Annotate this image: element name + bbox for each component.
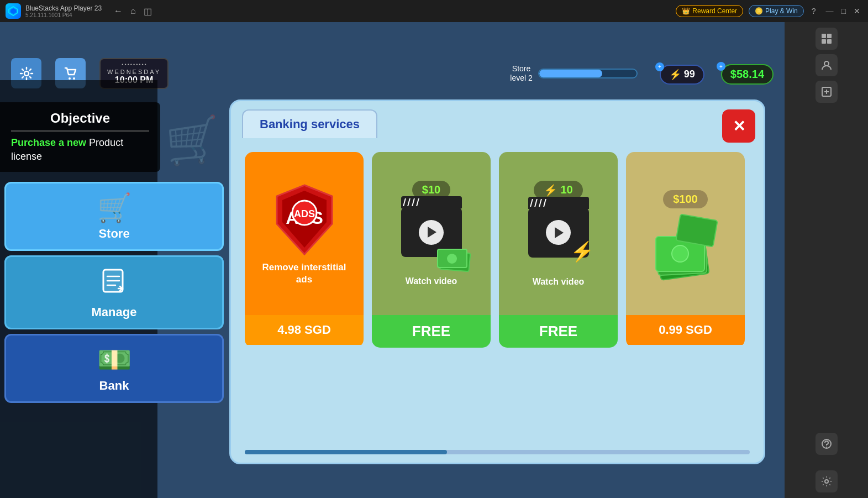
app-version: 5.21.111.1001 P64: [25, 12, 102, 18]
manage-label: Manage: [12, 305, 217, 319]
sidebar-icon-3[interactable]: [816, 81, 838, 103]
video-card-price-1: FREE: [372, 315, 491, 348]
bolt-overlay: ⚡: [570, 240, 595, 263]
svg-rect-3: [827, 34, 832, 38]
close-win-btn[interactable]: ✕: [851, 4, 862, 18]
store-level-text: Store level 2: [510, 64, 532, 83]
sidebar-icon-1[interactable]: [816, 28, 838, 50]
video-card-title-2: Watch video: [533, 277, 585, 287]
modal-scrollbar-thumb: [245, 450, 447, 454]
video-bolt-card-price: FREE: [499, 315, 618, 348]
bolt-amount: 99: [684, 69, 695, 80]
cash-price-badge: $100: [663, 190, 708, 208]
app-name: BlueStacks App Player 23: [25, 4, 102, 12]
store-level: Store level 2: [510, 64, 637, 83]
bank-icon: 💵: [12, 344, 217, 376]
store-nav-btn[interactable]: 🛒 Store: [4, 182, 224, 251]
bolt-plus-badge: +: [655, 62, 664, 71]
sidebar-settings-icon[interactable]: [816, 470, 838, 492]
window-controls: — □ ✕: [824, 4, 862, 18]
cash-pack-card[interactable]: $100 0.99 SGD: [626, 152, 745, 348]
nav-bookmark-btn[interactable]: ◫: [141, 4, 154, 19]
bank-label: Bank: [12, 379, 217, 393]
play-btn-2: [546, 220, 571, 245]
watch-bolt-card[interactable]: ⚡ 10: [499, 152, 618, 348]
cash-card-price: 0.99 SGD: [626, 315, 745, 345]
watch-money-card[interactable]: $10: [372, 152, 491, 348]
level-bar-fill: [539, 70, 602, 77]
banking-modal: Banking services ✕ ADS ADS: [229, 99, 765, 464]
video-card-top: $10: [372, 152, 491, 315]
money-plus-badge: +: [717, 62, 725, 71]
bank-nav-btn[interactable]: 💵 Bank: [4, 334, 224, 403]
play-btn-1: [419, 220, 444, 245]
nav-buttons: 🛒 Store Manage 💵 Bank: [0, 180, 228, 405]
topbar-nav: ← ⌂ ◫: [112, 4, 154, 19]
video-section-1: [401, 207, 462, 257]
bolt-icon: ⚡: [669, 69, 681, 81]
modal-scrollbar[interactable]: [245, 450, 750, 454]
ads-shield-container: ADS ADS: [269, 181, 340, 259]
svg-point-12: [69, 77, 71, 80]
video-bolt-card-top: ⚡ 10: [499, 152, 618, 315]
objective-title: Objective: [11, 111, 149, 132]
help-icon[interactable]: ?: [809, 4, 818, 18]
modal-close-btn[interactable]: ✕: [722, 109, 755, 143]
svg-point-10: [825, 480, 828, 483]
right-sidebar: [785, 22, 868, 498]
game-area: ••••••••• WEDNESDAY 10:00 PM Store level…: [0, 22, 785, 498]
svg-point-6: [824, 61, 829, 66]
money-bills-1: [437, 249, 470, 271]
svg-rect-2: [822, 34, 826, 38]
cash-card-top: $100: [626, 152, 745, 315]
bolt-currency: ⚡ 99: [660, 65, 704, 85]
crown-icon: 👑: [682, 7, 690, 15]
nav-home-btn[interactable]: ⌂: [128, 4, 138, 19]
store-label: Store: [12, 227, 217, 241]
svg-rect-5: [827, 39, 832, 44]
ads-card-title: Remove interstitial ads: [253, 261, 355, 286]
objective-text: Purchase a new Product license: [11, 136, 149, 164]
minimize-btn[interactable]: —: [824, 4, 836, 18]
bluestacks-logo: [6, 3, 21, 19]
video-section-2: ⚡: [528, 208, 589, 258]
playcoin-icon: 🪙: [755, 7, 763, 15]
maximize-btn[interactable]: □: [839, 4, 848, 18]
close-x-icon: ✕: [733, 117, 745, 135]
svg-text:ADS: ADS: [293, 208, 314, 219]
banking-tab[interactable]: Banking services: [242, 109, 377, 138]
remove-ads-card[interactable]: ADS ADS Remove interstitial ads 4.98 SGD: [245, 152, 364, 348]
svg-marker-1: [10, 8, 16, 14]
money-amount: $58.14: [730, 68, 764, 81]
cart-icon-large: 🛒: [163, 113, 223, 169]
objective-highlight: Purchase a new: [11, 137, 86, 148]
store-icon: 🛒: [12, 192, 217, 224]
sidebar-icon-2[interactable]: [816, 54, 838, 76]
clock-day: WEDNESDAY: [107, 69, 161, 75]
reward-center-btn[interactable]: 👑 Reward Center: [676, 5, 743, 17]
sidebar-icon-4[interactable]: [816, 433, 838, 455]
topbar: BlueStacks App Player 23 5.21.111.1001 P…: [0, 0, 868, 22]
money-display: $58.14: [721, 64, 774, 85]
play-win-btn[interactable]: 🪙 Play & Win: [749, 5, 804, 17]
svg-point-11: [24, 71, 29, 76]
money-stack: [653, 217, 719, 277]
svg-point-13: [73, 77, 75, 80]
ads-card-top: ADS ADS Remove interstitial ads: [245, 152, 364, 315]
svg-rect-4: [822, 39, 826, 44]
objective-panel: Objective Purchase a new Product license: [0, 102, 160, 172]
modal-cards-container: ADS ADS Remove interstitial ads 4.98 SGD…: [231, 138, 764, 361]
manage-icon: [12, 265, 217, 302]
svg-point-9: [826, 447, 827, 448]
level-bar: [538, 69, 638, 78]
cart-area: 🛒: [157, 102, 228, 180]
video-card-title-1: Watch video: [406, 276, 457, 286]
ads-card-price: 4.98 SGD: [245, 315, 364, 345]
topbar-right: 👑 Reward Center 🪙 Play & Win ? — □ ✕: [676, 4, 862, 18]
badge-bolt-icon: ⚡: [544, 184, 557, 197]
manage-nav-btn[interactable]: Manage: [4, 255, 224, 329]
bolt-price-amount: 10: [560, 184, 572, 196]
nav-back-btn[interactable]: ←: [112, 4, 125, 19]
